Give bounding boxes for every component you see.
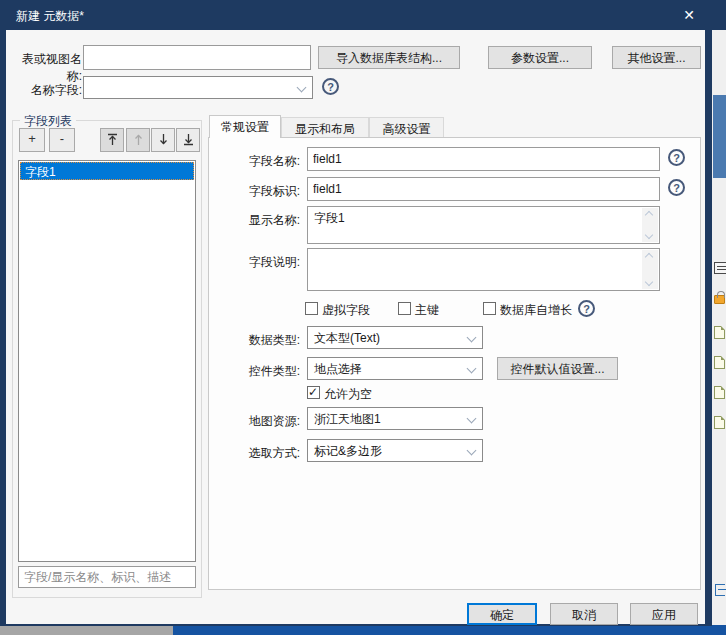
chevron-down-icon (467, 364, 477, 374)
move-to-bottom-button[interactable] (176, 128, 200, 152)
lock-icon (714, 295, 725, 304)
field-id-input[interactable] (307, 177, 660, 201)
primary-key-label: 主键 (415, 302, 439, 319)
scroll-up-icon[interactable] (645, 253, 653, 261)
data-type-label: 数据类型: (220, 332, 300, 349)
control-type-combobox[interactable]: 地点选择 (307, 357, 483, 380)
close-icon[interactable]: ✕ (674, 0, 704, 30)
table-name-input[interactable] (83, 45, 311, 70)
tab-advanced-settings[interactable]: 高级设置 (369, 117, 444, 138)
control-default-value-button[interactable]: 控件默认值设置... (497, 357, 618, 380)
field-name-input[interactable] (307, 147, 660, 171)
other-settings-button[interactable]: 其他设置... (612, 46, 701, 69)
table-name-label: 表或视图名称: (10, 51, 82, 85)
display-name-label: 显示名称: (220, 212, 300, 229)
chevron-down-icon (467, 414, 477, 424)
move-to-top-button[interactable] (100, 128, 124, 152)
chevron-down-icon (467, 333, 477, 343)
clipped-glyph-fragment (715, 584, 725, 596)
data-type-combobox[interactable]: 文本型(Text) (307, 326, 483, 349)
map-resource-value: 浙江天地图1 (314, 412, 381, 426)
display-name-textarea[interactable]: 字段1 (307, 206, 660, 244)
field-id-help-icon[interactable]: ? (668, 179, 685, 196)
textarea-scrollbar[interactable] (642, 250, 658, 289)
field-search-input[interactable] (18, 566, 196, 588)
ok-button[interactable]: 确定 (467, 603, 537, 625)
control-type-label: 控件类型: (220, 363, 300, 380)
clipped-text-fragment (714, 262, 726, 274)
screen: 新建 元数据* ✕ 表或视图名称: 导入数据库表结构... 参数设置... 其他… (0, 0, 726, 635)
param-settings-button[interactable]: 参数设置... (488, 46, 592, 69)
primary-key-checkbox[interactable] (398, 302, 411, 315)
title-bar: 新建 元数据* ✕ (0, 0, 712, 30)
pick-mode-label: 选取方式: (220, 445, 300, 462)
document-icon (714, 356, 725, 369)
import-db-structure-button[interactable]: 导入数据库表结构... (318, 46, 460, 69)
field-desc-textarea[interactable] (307, 248, 660, 291)
virtual-field-label: 虚拟字段 (322, 302, 370, 319)
tab-general-settings[interactable]: 常规设置 (209, 115, 281, 138)
chevron-down-icon (297, 83, 307, 93)
map-resource-label: 地图资源: (220, 413, 300, 430)
tab-display-layout[interactable]: 显示和布局 (281, 117, 369, 138)
db-autoincrement-help-icon[interactable]: ? (578, 300, 595, 317)
add-field-button[interactable]: + (19, 128, 45, 152)
field-list[interactable]: 字段1 (18, 160, 196, 562)
background-statusbar (173, 626, 726, 635)
display-name-value: 字段1 (314, 211, 345, 225)
scroll-up-icon[interactable] (645, 211, 653, 219)
background-blue-panel-fragment (713, 95, 726, 178)
name-field-label: 名称字段: (10, 82, 82, 99)
background-bottom-strip (0, 626, 726, 635)
background-app-right-strip (712, 0, 726, 635)
cancel-button[interactable]: 取消 (550, 603, 618, 625)
scroll-down-icon[interactable] (645, 278, 653, 286)
control-type-value: 地点选择 (314, 362, 362, 376)
allow-null-checkbox[interactable] (307, 386, 320, 399)
remove-field-button[interactable]: - (49, 128, 75, 152)
document-icon (714, 416, 725, 429)
virtual-field-checkbox[interactable] (305, 302, 318, 315)
chevron-down-icon (467, 446, 477, 456)
background-titlebar-fragment (712, 0, 726, 30)
textarea-scrollbar[interactable] (642, 208, 658, 242)
pick-mode-combobox[interactable]: 标记&多边形 (307, 439, 483, 462)
field-name-label: 字段名称: (220, 153, 300, 170)
field-name-help-icon[interactable]: ? (668, 149, 685, 166)
apply-button[interactable]: 应用 (630, 603, 698, 625)
allow-null-label: 允许为空 (324, 386, 372, 403)
document-icon (714, 386, 725, 399)
db-autoincrement-checkbox[interactable] (483, 302, 496, 315)
pick-mode-value: 标记&多边形 (314, 444, 382, 458)
list-item-field1[interactable]: 字段1 (20, 162, 194, 180)
name-field-help-icon[interactable]: ? (322, 78, 339, 95)
move-down-button[interactable] (151, 128, 175, 152)
dialog-title: 新建 元数据* (16, 8, 84, 25)
move-up-button[interactable] (126, 128, 150, 152)
field-desc-label: 字段说明: (220, 254, 300, 271)
field-id-label: 字段标识: (220, 183, 300, 200)
document-icon (714, 326, 725, 339)
name-field-combobox[interactable] (83, 76, 313, 99)
map-resource-combobox[interactable]: 浙江天地图1 (307, 407, 483, 430)
scroll-down-icon[interactable] (645, 231, 653, 239)
data-type-value: 文本型(Text) (314, 331, 380, 345)
db-autoincrement-label: 数据库自增长 (500, 302, 572, 319)
